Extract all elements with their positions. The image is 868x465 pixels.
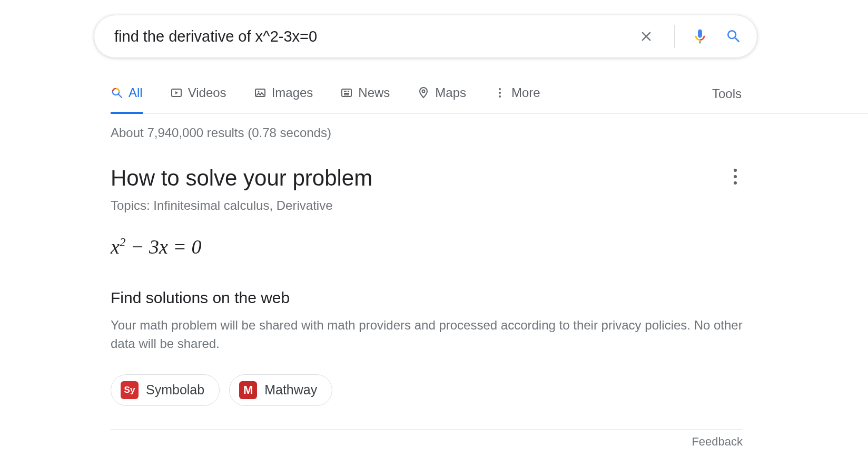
tab-images[interactable]: Images: [254, 83, 313, 114]
kebab-menu-icon[interactable]: [728, 169, 743, 185]
more-vertical-icon: [494, 86, 506, 99]
tab-more[interactable]: More: [494, 83, 540, 114]
mic-icon[interactable]: [692, 28, 708, 45]
feedback-row: Feedback: [111, 429, 743, 449]
search-input[interactable]: [113, 27, 638, 46]
tab-label: Maps: [435, 85, 466, 100]
math-solve-block: How to solve your problem Topics: Infini…: [111, 166, 743, 406]
tab-label: More: [511, 85, 540, 100]
tab-maps[interactable]: Maps: [417, 83, 466, 114]
provider-label: Mathway: [264, 382, 317, 398]
divider: [674, 25, 675, 48]
tab-label: News: [358, 85, 390, 100]
provider-chips: Sy Symbolab M Mathway: [111, 374, 743, 406]
svg-rect-9: [348, 91, 349, 92]
feedback-link[interactable]: Feedback: [692, 435, 743, 449]
news-icon: [340, 86, 353, 99]
disclaimer-text: Your math problem will be shared with ma…: [111, 316, 743, 353]
symbolab-icon: Sy: [121, 381, 139, 399]
tab-label: Images: [272, 85, 313, 100]
provider-symbolab[interactable]: Sy Symbolab: [111, 374, 220, 406]
search-icon[interactable]: [725, 28, 742, 45]
provider-label: Symbolab: [146, 382, 204, 398]
svg-point-13: [499, 95, 501, 98]
tab-label: Videos: [188, 85, 226, 100]
tab-news[interactable]: News: [340, 83, 390, 114]
search-bar-container: [94, 15, 757, 58]
block-title: How to solve your problem: [111, 166, 743, 191]
map-pin-icon: [417, 86, 430, 99]
mathway-icon: M: [239, 381, 257, 399]
result-stats: About 7,940,000 results (0.78 seconds): [111, 125, 868, 140]
video-icon: [170, 86, 183, 99]
tab-all[interactable]: All: [111, 83, 143, 114]
svg-line-1: [119, 94, 122, 98]
tools-button[interactable]: Tools: [712, 84, 742, 113]
tab-label: All: [129, 85, 143, 100]
svg-point-11: [499, 88, 501, 90]
provider-mathway[interactable]: M Mathway: [229, 374, 332, 406]
svg-point-10: [422, 90, 425, 93]
search-bar: [94, 15, 757, 58]
topics-line: Topics: Infinitesimal calculus, Derivati…: [111, 198, 743, 213]
clear-icon[interactable]: [638, 28, 654, 44]
image-icon: [254, 86, 267, 99]
tab-videos[interactable]: Videos: [170, 83, 226, 114]
search-multicolor-icon: [111, 86, 123, 99]
svg-point-12: [499, 92, 501, 94]
svg-point-4: [258, 91, 259, 93]
subheading: Find solutions on the web: [111, 289, 743, 307]
equation-display: x2 − 3x = 0: [111, 235, 743, 258]
tabs-row: All Videos Images News Maps More: [111, 83, 868, 114]
